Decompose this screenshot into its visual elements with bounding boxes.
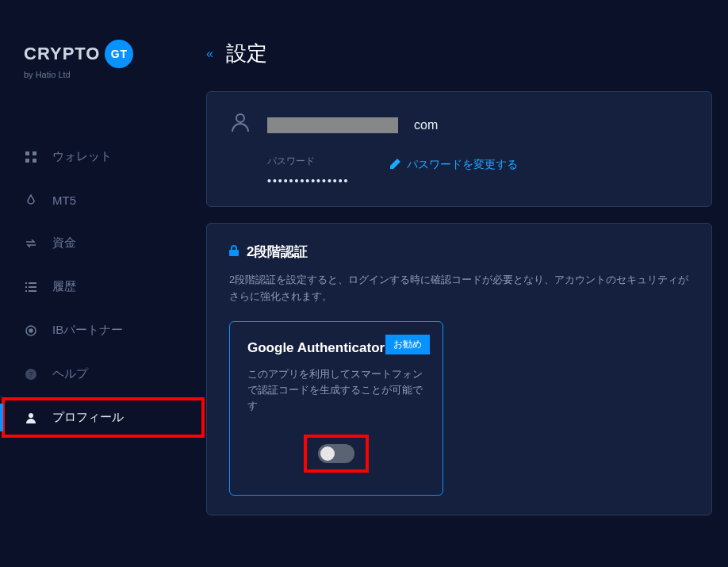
sidebar-item-label: IBパートナー — [52, 323, 123, 338]
svg-rect-6 — [25, 286, 27, 288]
two-factor-description: 2段階認証を設定すると、ログインする時に確認コードが必要となり、アカウントのセキ… — [229, 272, 689, 305]
password-block: パスワード ••••••••••••••• パスワードを変更する — [229, 155, 689, 187]
main-content: « 設定 com パスワード ••••••••••••••• パスワードを変更す… — [206, 0, 728, 567]
sidebar-item-ib-partner[interactable]: IBパートナー — [0, 308, 206, 352]
password-masked: ••••••••••••••• — [267, 174, 350, 187]
toggle-highlight — [304, 435, 369, 473]
list-icon — [24, 280, 38, 294]
recommended-badge: お勧め — [385, 335, 430, 354]
svg-rect-1 — [33, 151, 36, 155]
password-label: パスワード — [267, 155, 350, 168]
user-icon — [24, 411, 38, 425]
authenticator-option: お勧め Google Authenticator このアプリを利用してスマートフ… — [229, 321, 443, 496]
sidebar-item-wallet[interactable]: ウォレット — [0, 135, 206, 178]
email-redacted — [267, 117, 398, 133]
sidebar-item-profile[interactable]: プロフィール — [0, 396, 206, 439]
sidebar-item-funds[interactable]: 資金 — [0, 221, 206, 265]
collapse-sidebar-button[interactable]: « — [206, 47, 213, 61]
profile-card: com パスワード ••••••••••••••• パスワードを変更する — [206, 91, 712, 207]
email-suffix: com — [414, 118, 438, 132]
email-row: com — [229, 111, 689, 139]
person-icon — [229, 111, 251, 139]
page-title: 設定 — [226, 40, 267, 67]
question-icon: ? — [24, 367, 38, 381]
svg-rect-0 — [25, 151, 29, 155]
sidebar-item-label: ウォレット — [52, 149, 112, 164]
exchange-icon — [24, 236, 38, 251]
svg-rect-7 — [29, 286, 36, 288]
section-header: 2段階認証 — [229, 243, 689, 261]
sidebar-item-label: プロフィール — [52, 410, 124, 425]
authenticator-description: このアプリを利用してスマートフォンで認証コードを生成することが可能です — [247, 366, 425, 414]
sidebar-item-mt5[interactable]: MT5 — [0, 178, 206, 221]
sidebar: CRYPTO GT by Hatio Ltd ウォレット MT5 資金 — [0, 0, 206, 567]
svg-rect-5 — [29, 282, 36, 284]
brand-badge: GT — [105, 40, 133, 68]
two-factor-toggle[interactable] — [318, 444, 354, 463]
svg-point-11 — [29, 329, 33, 332]
sidebar-nav: ウォレット MT5 資金 履歴 IBパートナー — [0, 111, 206, 439]
sidebar-item-help[interactable]: ? ヘルプ — [0, 352, 206, 396]
sidebar-item-label: MT5 — [52, 193, 76, 207]
brand-subtitle: by Hatio Ltd — [24, 70, 182, 79]
svg-rect-3 — [33, 159, 36, 163]
grid-icon — [24, 150, 38, 164]
page-header: « 設定 — [206, 40, 712, 67]
svg-point-15 — [236, 114, 244, 122]
sidebar-item-label: 資金 — [52, 236, 76, 251]
sidebar-item-label: ヘルプ — [52, 366, 88, 381]
change-password-label: パスワードを変更する — [407, 158, 518, 172]
sidebar-item-history[interactable]: 履歴 — [0, 265, 206, 308]
two-factor-card: 2段階認証 2段階認証を設定すると、ログインする時に確認コードが必要となり、アカ… — [206, 223, 712, 515]
svg-rect-2 — [25, 159, 29, 163]
pencil-icon — [389, 159, 400, 172]
change-password-link[interactable]: パスワードを変更する — [389, 158, 518, 172]
sidebar-item-label: 履歴 — [52, 279, 76, 294]
lock-icon — [229, 245, 239, 259]
svg-rect-8 — [25, 290, 27, 292]
brand-logo: CRYPTO GT by Hatio Ltd — [0, 40, 206, 111]
partner-icon — [24, 324, 38, 338]
toggle-knob — [320, 446, 335, 461]
svg-rect-16 — [229, 250, 239, 256]
drop-icon — [24, 193, 38, 207]
svg-rect-4 — [25, 282, 27, 284]
two-factor-title: 2段階認証 — [247, 243, 308, 261]
svg-rect-9 — [29, 290, 36, 292]
svg-text:?: ? — [29, 370, 33, 378]
svg-point-14 — [29, 413, 33, 418]
brand-name: CRYPTO — [24, 44, 100, 64]
